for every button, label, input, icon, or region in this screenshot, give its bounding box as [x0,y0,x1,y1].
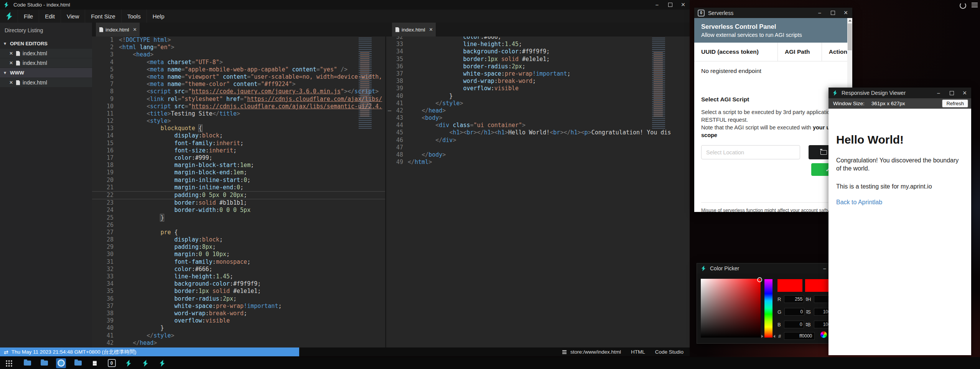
code-line[interactable]: 39 overflow:visible [386,85,690,92]
code-line[interactable]: 37 white-space:pre-wrap!important; [92,303,385,310]
close-icon[interactable]: × [677,0,690,10]
code-line[interactable]: 34 background-color:#f9f9f9; [92,280,385,288]
folder-icon[interactable] [39,358,49,368]
tab-close-icon[interactable]: ✕ [133,27,137,32]
sidebar-section-www[interactable]: ▾WWW [0,68,92,78]
menu-item-view[interactable]: View [61,10,85,23]
code-line[interactable]: 36 border-radius:2px; [92,295,385,303]
code-line[interactable]: 33 line-height:1.45; [386,41,690,48]
sidebar-item-index-html[interactable]: ✕index.html [0,78,92,87]
back-to-aprintlab-link[interactable]: Back to Aprintlab [836,199,964,206]
code-line[interactable]: 42 </head> [92,339,385,347]
saturation-gradient[interactable] [701,279,761,338]
close-icon[interactable]: ✕ [9,80,15,85]
minimize-icon[interactable]: − [932,88,945,98]
menu-item-file[interactable]: File [18,10,39,23]
code-line[interactable]: 27 pre { [92,229,385,236]
code-line[interactable]: 20 margin-inline-start:0; [92,177,385,184]
code-line[interactable]: 14 display:block; [92,132,385,139]
script-location-input[interactable] [701,145,800,159]
scroll-thumb[interactable] [848,23,852,50]
app-grid-icon[interactable] [5,360,12,367]
value-input[interactable]: 0 [784,308,804,316]
code-line[interactable]: 37 white-space:pre-wrap!important; [386,70,690,78]
minimize-icon[interactable]: − [651,0,664,10]
file-path-status[interactable]: store:/www/index.html [570,349,621,355]
menu-icon[interactable] [972,3,978,3]
code-line[interactable]: 29 padding:8px; [92,243,385,251]
minimap[interactable] [652,38,668,129]
code-line[interactable]: 6 <meta name="viewport" content="user-sc… [92,73,385,81]
code-line[interactable]: 1<!DOCTYPE html> [92,36,385,44]
sidebar-item-index-html[interactable]: ✕index.html [0,49,92,58]
code-line[interactable]: 25 } [92,214,385,222]
code-line[interactable]: 8 <script src="https://code.jquery.com/j… [92,88,385,95]
code-line[interactable]: 49</html> [386,159,690,166]
code-line[interactable]: 48 </body> [386,151,690,159]
menu-item-edit[interactable]: Edit [39,10,61,23]
code-studio-icon[interactable] [124,358,133,368]
code-line[interactable]: 46 </div> [386,137,690,144]
code-line[interactable]: 32 color:#666; [386,36,690,41]
refresh-button[interactable]: Refresh [942,99,968,108]
minimize-icon[interactable]: − [813,8,826,18]
tab-index-html-pane2[interactable]: index.html ✕ [392,23,436,36]
code-line[interactable]: 22 padding:0 5px 0 20px; [92,191,385,199]
code-line[interactable]: 16 font-size:inherit; [92,147,385,154]
tab-index-html-pane1[interactable]: index.html ✕ [96,23,140,36]
code-line[interactable]: 38 word-wrap:break-word; [386,78,690,85]
datetime-status[interactable]: ⇄ Thu May 11 2023 21:54:48 GMT+0800 (台北標… [0,347,299,356]
sidebar-item-index-html[interactable]: ✕index.html [0,58,92,68]
maximize-icon[interactable] [826,8,839,18]
code-line[interactable]: 23 border:solid #b1b1b1; [92,199,385,207]
folder-icon[interactable] [73,358,83,368]
code-line[interactable]: 45 <h1><br></h1><h1>Hello World!<br></h1… [386,129,690,136]
code-line[interactable]: 35 border:1px solid #e1e1e1; [386,56,690,63]
minimap[interactable] [359,38,375,129]
code-line[interactable]: 41 </style> [92,332,385,339]
code-line[interactable]: 21 margin-inline-end:0; [92,184,385,191]
code-line[interactable]: 24 border-width:0 0 0 5px [92,207,385,214]
code-line[interactable]: 26 [92,222,385,229]
value-input[interactable]: 255 [784,295,804,303]
code-line[interactable]: 15 font-family:inherit; [92,140,385,147]
value-input[interactable]: 0 [784,321,804,328]
code-line[interactable]: 47 [386,144,690,151]
code-line[interactable]: –42 </head> [386,107,690,114]
code-studio-icon[interactable] [140,358,150,368]
code-line[interactable]: 9 <link rel="stylesheet" href="https://c… [92,96,385,103]
language-status[interactable]: HTML [631,349,645,355]
code-line[interactable]: 39 overflow:visible [92,317,385,324]
hex-input[interactable]: ff0000 [784,332,815,340]
menu-item-help[interactable]: Help [147,10,170,23]
hue-slider[interactable] [764,279,772,338]
maximize-icon[interactable] [945,88,958,98]
code-line[interactable]: 40 } [386,93,690,100]
code-line[interactable]: 7 <meta name="theme-color" content="#ff9… [92,81,385,88]
editor-pane-2[interactable]: 32 color:#666;33 line-height:1.45;34 bac… [386,36,690,347]
close-icon[interactable]: × [839,8,852,18]
code-line[interactable]: 34 background-color:#f9f9f9; [386,48,690,55]
media-icon-active[interactable] [56,358,66,368]
close-icon[interactable]: ✕ [9,60,15,66]
file-icon[interactable] [90,358,100,368]
reload-icon[interactable] [960,2,966,9]
color-wheel-icon[interactable] [820,331,827,338]
folder-icon[interactable] [22,358,32,368]
code-line[interactable]: 2<html lang="en"> [92,44,385,51]
code-line[interactable]: 38 word-wrap:break-word; [92,310,385,317]
sidebar-section-open-editors[interactable]: ▾OPEN EDITORS [0,39,92,48]
serverless-icon[interactable]: 0 [107,358,117,368]
close-icon[interactable]: ✕ [9,51,15,56]
menu-item-font-size[interactable]: Font Size [85,10,121,23]
code-line[interactable]: 35 border:1px solid #e1e1e1; [92,288,385,295]
code-line[interactable]: 33 line-height:1.45; [92,273,385,280]
code-line[interactable]: 36 border-radius:2px; [386,63,690,70]
code-line[interactable]: 41 </style> [386,100,690,107]
code-line[interactable]: 13 blockquote { [92,125,385,132]
editor-pane-1[interactable]: 1<!DOCTYPE html>2<html lang="en">3 <head… [92,36,385,347]
code-line[interactable]: 31 font-family:monospace; [92,258,385,266]
code-line[interactable]: 17 color:#999; [92,154,385,162]
code-line[interactable]: 32 color:#666; [92,266,385,273]
tab-close-icon[interactable]: ✕ [429,27,433,32]
